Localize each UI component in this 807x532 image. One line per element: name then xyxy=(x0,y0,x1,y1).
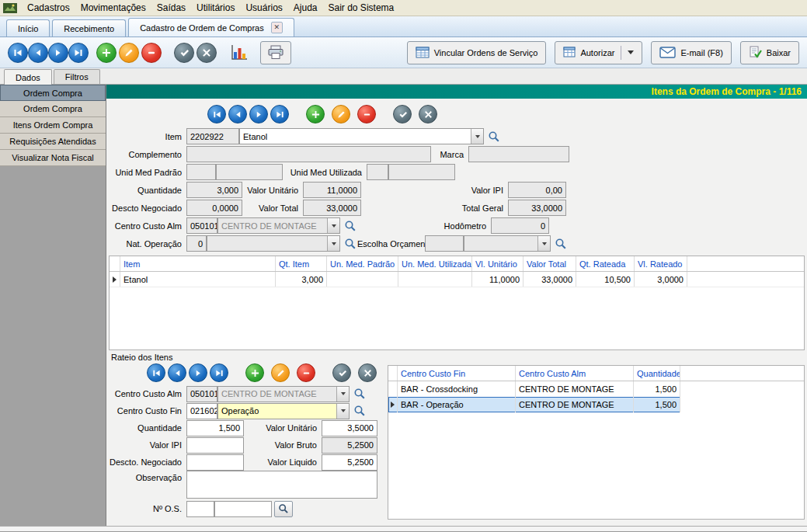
tab-filtros[interactable]: Filtros xyxy=(54,69,100,84)
rateio-delete-button[interactable] xyxy=(297,363,315,382)
unid-med-padrao-code-field[interactable] xyxy=(186,164,216,180)
menu-item-movimentacoes[interactable]: Movimentações xyxy=(75,1,151,15)
valor-ipi-field[interactable]: 0,00 xyxy=(508,182,566,198)
centro-custo-alm-combo[interactable]: CENTRO DE MONTAGE xyxy=(217,217,340,234)
dropdown-arrow-icon[interactable] xyxy=(537,236,550,251)
rateio-centro-custo-alm-code-field[interactable]: 050101 xyxy=(186,386,217,402)
close-tab-icon[interactable]: ✕ xyxy=(271,22,283,33)
rateio-next-button[interactable] xyxy=(189,363,207,382)
col-vl-unitario[interactable]: Vl. Unitário xyxy=(472,256,524,271)
rateio-previous-button[interactable] xyxy=(168,363,186,382)
col-qt-item[interactable]: Qt. Item xyxy=(276,256,327,271)
vincular-ordens-servico-button[interactable]: Vincular Ordens de Serviço xyxy=(407,41,547,64)
centro-custo-alm-search-icon[interactable] xyxy=(343,219,357,233)
rateio-edit-button[interactable] xyxy=(271,363,290,382)
rateio-table-row[interactable]: BAR - Crossdocking CENTRO DE MONTAGE 1,5… xyxy=(388,381,680,397)
dropdown-arrow-icon[interactable] xyxy=(471,129,483,144)
hodometro-field[interactable]: 0 xyxy=(491,217,549,234)
item-cancel-button[interactable] xyxy=(419,105,437,123)
dropdown-arrow-icon[interactable] xyxy=(327,236,339,251)
items-table-row[interactable]: Etanol 3,000 11,0000 33,0000 10,500 3,00… xyxy=(110,272,804,287)
rateio-centro-custo-fin-code-field[interactable]: 021602 xyxy=(186,403,217,419)
col-item[interactable]: Item xyxy=(120,256,276,271)
unid-med-utilizada-code-field[interactable] xyxy=(367,164,388,180)
sidebar-item-visualizar-nota-fiscal[interactable]: Visualizar Nota Fiscal xyxy=(0,150,106,166)
sidebar-item-ordem-compra[interactable]: Ordem Compra xyxy=(0,101,106,117)
rateio-add-button[interactable] xyxy=(245,363,264,382)
total-geral-field[interactable]: 33,0000 xyxy=(508,200,566,216)
unid-med-padrao-field[interactable] xyxy=(216,164,283,180)
rateio-valor-bruto-field[interactable]: 5,2500 xyxy=(322,437,377,454)
previous-record-button[interactable] xyxy=(28,43,48,63)
nat-operacao-code-field[interactable]: 0 xyxy=(186,235,207,252)
escolha-orcamento-combo[interactable] xyxy=(464,235,551,252)
rateio-centro-custo-alm-search-icon[interactable] xyxy=(353,387,367,401)
col-centro-custo-alm[interactable]: Centro Custo Alm xyxy=(516,366,634,381)
rateio-valor-ipi-field[interactable] xyxy=(186,437,244,454)
chart-icon[interactable] xyxy=(229,44,248,61)
email-button[interactable]: E-mail (F8) xyxy=(651,41,731,64)
first-record-button[interactable] xyxy=(8,43,28,63)
rateio-centro-custo-fin-combo[interactable]: Operação xyxy=(217,403,350,419)
numero-os-field-2[interactable] xyxy=(214,501,272,517)
tab-recebimento[interactable]: Recebimento xyxy=(52,19,126,37)
marca-field[interactable] xyxy=(468,146,569,162)
chevron-down-icon[interactable] xyxy=(628,50,634,54)
print-button[interactable] xyxy=(260,41,291,64)
last-record-button[interactable] xyxy=(68,43,89,63)
rateio-centro-custo-alm-combo[interactable]: CENTRO DE MONTAGE xyxy=(217,386,350,402)
menu-item-usuarios[interactable]: Usuários xyxy=(240,1,287,15)
item-delete-button[interactable] xyxy=(357,105,376,123)
tab-dados[interactable]: Dados xyxy=(4,69,52,85)
rateio-table-row-selected[interactable]: BAR - Operação CENTRO DE MONTAGE 1,500 xyxy=(388,397,680,412)
rateio-descto-negociado-field[interactable] xyxy=(186,454,244,471)
unid-med-utilizada-field[interactable] xyxy=(388,164,455,180)
valor-unitario-field[interactable]: 11,0000 xyxy=(303,182,361,198)
col-valor-total[interactable]: Valor Total xyxy=(524,256,576,271)
col-un-med-utilizada[interactable]: Un. Med. Utilizada xyxy=(398,256,472,271)
item-name-combo[interactable]: Etanol xyxy=(239,128,484,144)
dropdown-arrow-icon[interactable] xyxy=(336,387,349,402)
delete-button[interactable] xyxy=(141,43,162,63)
col-centro-custo-fin[interactable]: Centro Custo Fin xyxy=(398,366,516,381)
item-last-button[interactable] xyxy=(270,105,289,123)
rateio-observacao-field[interactable] xyxy=(186,471,377,499)
escolha-orcamento-code-field[interactable] xyxy=(425,235,464,252)
edit-button[interactable] xyxy=(119,43,139,63)
sidebar-item-requisicoes-atendidas[interactable]: Requisições Atendidas xyxy=(0,134,106,150)
add-button[interactable] xyxy=(96,43,117,63)
autorizar-button[interactable]: Autorizar xyxy=(555,41,642,64)
rateio-last-button[interactable] xyxy=(210,363,228,382)
col-vl-rateado[interactable]: Vl. Rateado xyxy=(635,256,687,271)
item-edit-button[interactable] xyxy=(332,105,350,123)
menu-item-sair-do-sistema[interactable]: Sair do Sistema xyxy=(323,1,400,15)
sidebar-item-itens-ordem-compra[interactable]: Itens Ordem Compra xyxy=(0,117,106,134)
item-search-icon[interactable] xyxy=(487,130,501,144)
item-confirm-button[interactable] xyxy=(393,105,412,123)
baixar-button[interactable]: Baixar xyxy=(740,41,799,64)
menu-item-saidas[interactable]: Saídas xyxy=(151,1,191,15)
descto-negociado-field[interactable]: 0,0000 xyxy=(186,200,242,216)
cancel-button[interactable] xyxy=(197,43,217,63)
dropdown-arrow-icon[interactable] xyxy=(327,218,339,233)
rateio-valor-unitario-field[interactable]: 3,5000 xyxy=(322,420,377,436)
item-first-button[interactable] xyxy=(207,105,226,123)
sidebar-item-ordem-compra-selected[interactable]: Ordem Compra xyxy=(0,85,106,101)
nat-operacao-combo[interactable] xyxy=(207,235,340,252)
rateio-quantidade-field[interactable]: 1,500 xyxy=(186,420,244,436)
rateio-cancel-button[interactable] xyxy=(358,363,377,382)
rateio-first-button[interactable] xyxy=(147,363,165,382)
col-qt-rateada[interactable]: Qt. Rateada xyxy=(576,256,635,271)
tab-cadastro-ordem-compras[interactable]: Cadastro de Ordem de Compras ✕ xyxy=(128,18,294,37)
complemento-field[interactable] xyxy=(186,146,431,162)
centro-custo-alm-code-field[interactable]: 050101 xyxy=(186,217,217,234)
col-quantidade[interactable]: Quantidade xyxy=(634,366,680,381)
numero-os-search-button[interactable] xyxy=(274,501,293,517)
nat-operacao-search-icon[interactable] xyxy=(343,237,357,251)
dropdown-arrow-icon[interactable] xyxy=(336,404,349,419)
confirm-button[interactable] xyxy=(174,43,194,63)
valor-total-field[interactable]: 33,0000 xyxy=(303,200,361,216)
rateio-valor-liquido-field[interactable]: 5,2500 xyxy=(322,454,377,471)
menu-item-utilitarios[interactable]: Utilitários xyxy=(191,1,240,15)
item-add-button[interactable] xyxy=(306,105,325,123)
